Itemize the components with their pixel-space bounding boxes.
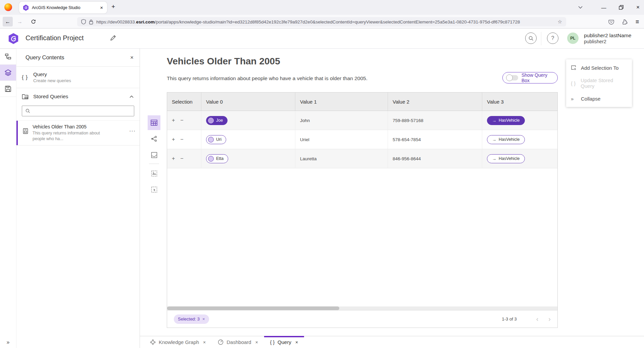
previous-page-icon[interactable]: ‹ (536, 315, 539, 323)
table-footer: Selected: 3 × 1-3 of 3 ‹ › (167, 310, 557, 328)
show-query-box-button[interactable]: Show Query Box (502, 72, 558, 83)
firefox-logo-icon[interactable] (4, 3, 12, 11)
show-query-box-toggle[interactable] (507, 75, 518, 80)
close-tab-icon[interactable]: × (295, 340, 298, 345)
column-header-value1[interactable]: Value 1 (295, 93, 388, 111)
app-header: Certification Project ? PL publisher2 la… (0, 28, 644, 49)
relationship-pill[interactable]: →HasVehicle (487, 116, 525, 125)
forward-button[interactable]: → (15, 17, 25, 26)
scrollbar-thumb[interactable] (167, 306, 339, 310)
cell-value2[interactable]: 759-889-57168 (388, 111, 482, 130)
user-info[interactable]: publisher2 lastName publisher2 (584, 32, 631, 45)
column-header-value3[interactable]: Value 3 (482, 93, 557, 111)
clear-selection-icon[interactable]: × (202, 316, 205, 322)
lock-icon[interactable] (89, 19, 93, 24)
tab-query[interactable]: { } Query × (264, 336, 304, 348)
menu-item-add-selection-to[interactable]: Add Selection To (566, 60, 632, 75)
close-tab-icon[interactable]: × (255, 340, 258, 345)
tab-knowledge-graph[interactable]: Knowledge Graph × (144, 336, 212, 348)
relationship-pill[interactable]: →HasVehicle (487, 154, 525, 163)
shield-icon[interactable] (81, 19, 86, 24)
bottom-tab-bar: Knowledge Graph × Dashboard × { } Query … (140, 336, 644, 348)
search-button[interactable] (525, 33, 537, 44)
window-restore-button[interactable] (613, 0, 629, 15)
window-minimize-button[interactable]: — (596, 0, 611, 15)
column-header-value2[interactable]: Value 2 (388, 93, 482, 111)
rail-item-data-model[interactable] (0, 49, 16, 65)
arrow-right-icon: → (492, 137, 496, 142)
close-tab-icon[interactable]: × (203, 340, 206, 345)
select-area-icon (151, 186, 157, 193)
menu-item-update-stored-query[interactable]: { } Update Stored Query (566, 75, 632, 91)
user-avatar[interactable]: PL (567, 33, 579, 44)
edit-title-pencil-icon[interactable] (110, 35, 116, 41)
window-close-button[interactable]: × (630, 0, 644, 15)
menu-item-collapse[interactable]: » Collapse (566, 91, 632, 106)
collapse-icon: » (571, 96, 581, 102)
cell-value2[interactable]: 846-956-8644 (388, 149, 482, 168)
column-header-selection[interactable]: Selection (167, 93, 201, 111)
browser-tab[interactable]: ArcGIS Knowledge Studio × (19, 2, 107, 13)
table-row[interactable]: +− Uri Uriel 578-654-7854 →HasVehicle (167, 130, 557, 149)
entity-pill[interactable]: Joe (206, 116, 228, 125)
cell-value1[interactable]: Uriel (295, 130, 388, 149)
braces-icon: { } (270, 340, 275, 345)
cell-value1[interactable]: John (295, 111, 388, 130)
cell-value2[interactable]: 578-654-7854 (388, 130, 482, 149)
table-row[interactable]: +− Joe John 759-889-57168 →HasVehicle (167, 111, 557, 130)
link-chart-view-button[interactable] (148, 131, 160, 146)
column-header-value0[interactable]: Value 0 (201, 93, 295, 111)
help-button[interactable]: ? (547, 33, 558, 44)
tab-list-chevron-icon[interactable] (573, 0, 588, 15)
collapse-section-chevron-icon[interactable] (130, 96, 134, 98)
stored-query-title: Vehicles Older Than 2005 (33, 124, 114, 129)
reload-button[interactable] (28, 17, 38, 26)
arrow-right-icon: → (492, 118, 496, 123)
more-options-icon[interactable]: ··· (129, 123, 136, 142)
rail-item-contents[interactable] (0, 65, 16, 81)
entity-pill[interactable]: Etta (206, 154, 228, 163)
query-create-item[interactable]: { } Query Create new queries (16, 67, 140, 88)
menu-icon[interactable]: ≡ (632, 17, 642, 26)
browser-tab-strip: ArcGIS Knowledge Studio × + — × (0, 0, 644, 15)
new-tab-button[interactable]: + (111, 3, 115, 10)
table-view-button[interactable] (148, 115, 160, 130)
horizontal-scrollbar[interactable] (167, 306, 557, 310)
stored-query-doc-icon (22, 123, 33, 142)
add-selection-icon[interactable]: + (172, 117, 175, 123)
link-chart-icon (151, 135, 157, 142)
results-table: Selection Value 0 Value 1 Value 2 Value … (167, 92, 558, 328)
url-text[interactable]: https://dev0028833.esri.com/portal/apps/… (96, 19, 555, 24)
expand-rail-icon[interactable]: » (0, 339, 16, 345)
remove-selection-icon[interactable]: − (180, 117, 183, 123)
add-to-map-button[interactable] (148, 166, 160, 181)
tab-close-icon[interactable]: × (99, 5, 104, 10)
bookmark-star-icon[interactable]: ☆ (558, 19, 562, 25)
add-selection-icon[interactable]: + (172, 156, 175, 162)
panel-close-icon[interactable]: × (130, 54, 134, 61)
user-subtitle: publisher2 (584, 39, 631, 45)
stored-queries-search[interactable] (22, 106, 134, 116)
remove-selection-icon[interactable]: − (180, 156, 183, 162)
selected-count-chip[interactable]: Selected: 3 × (174, 314, 209, 324)
search-input[interactable] (33, 109, 131, 114)
remove-selection-icon[interactable]: − (180, 136, 183, 142)
map-view-button[interactable] (148, 148, 160, 162)
arcgis-knowledge-logo-icon (22, 4, 29, 11)
entity-pill[interactable]: Uri (206, 135, 226, 144)
pocket-icon[interactable] (606, 17, 616, 26)
url-bar[interactable]: https://dev0028833.esri.com/portal/apps/… (77, 17, 566, 26)
table-row[interactable]: +− Etta Lauretta 846-956-8644 →HasVehicl… (167, 149, 557, 168)
cell-value1[interactable]: Lauretta (295, 149, 388, 168)
arrow-right-icon: → (492, 156, 496, 161)
stored-queries-header[interactable]: Stored Queries (16, 88, 140, 105)
selection-tool-button[interactable] (148, 182, 160, 197)
next-page-icon[interactable]: › (548, 315, 551, 323)
extensions-icon[interactable] (620, 17, 630, 26)
relationship-pill[interactable]: →HasVehicle (487, 135, 525, 144)
back-button[interactable]: ← (3, 17, 13, 26)
add-selection-icon[interactable]: + (172, 136, 175, 142)
stored-query-item[interactable]: Vehicles Older Than 2005 This query retu… (16, 120, 140, 146)
rail-item-save[interactable] (0, 81, 16, 97)
tab-dashboard[interactable]: Dashboard × (212, 336, 264, 348)
